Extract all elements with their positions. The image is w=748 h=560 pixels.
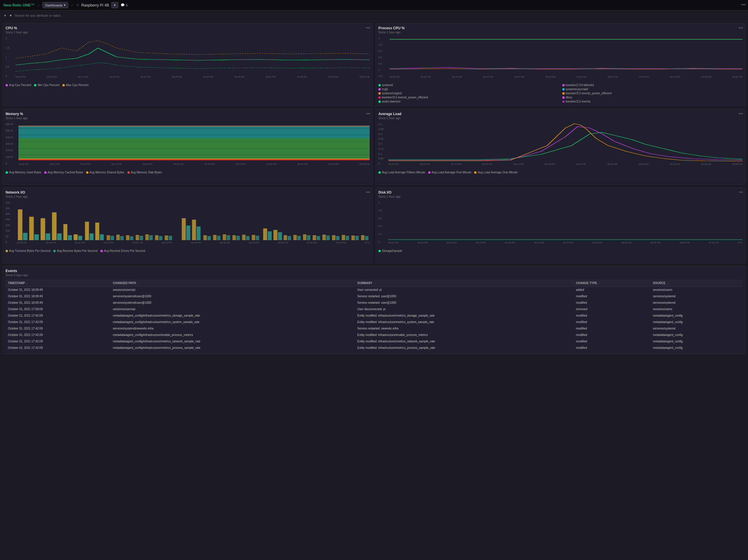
process-cpu-x-axis: 06:00 PM06:05 PM06:10 PM06:15 PM06:20 PM… bbox=[390, 75, 743, 79]
cell-timestamp: October 31, 2021 18:00:49 bbox=[5, 300, 111, 306]
svg-rect-97 bbox=[323, 235, 326, 240]
network-io-chart bbox=[17, 201, 370, 240]
cell-timestamp: October 31, 2021 18:09:49 bbox=[5, 293, 111, 300]
page-title: Raspberry Pi 4B bbox=[81, 3, 109, 7]
process-cpu-legend: systemd kworker/2:1H-kblockd rngd system… bbox=[378, 84, 743, 103]
svg-rect-67 bbox=[165, 235, 168, 240]
svg-rect-58 bbox=[120, 236, 124, 240]
cell-changed-path: sessions/users/pi bbox=[111, 306, 355, 312]
svg-rect-66 bbox=[159, 236, 163, 240]
cpu-panel-title: CPU % bbox=[5, 26, 370, 30]
table-row: October 31, 2021 17:42:09 metadata/agent… bbox=[5, 319, 743, 325]
svg-rect-104 bbox=[355, 236, 359, 240]
col-summary[interactable]: SUMMARY ↕ bbox=[355, 280, 574, 287]
cpu-panel-subtitle: Since 1 hour ago bbox=[5, 31, 370, 34]
memory-panel-menu[interactable]: ••• bbox=[366, 111, 370, 116]
cell-source: metadata/agent_config bbox=[651, 345, 743, 351]
svg-rect-83 bbox=[252, 235, 255, 240]
events-subtitle: Since 3 days ago bbox=[5, 274, 743, 277]
events-title: Events bbox=[5, 269, 743, 273]
svg-rect-49 bbox=[73, 234, 78, 240]
svg-rect-103 bbox=[351, 235, 355, 240]
svg-rect-85 bbox=[263, 229, 267, 240]
table-row: October 31, 2021 17:42:09 metadata/agent… bbox=[5, 332, 743, 338]
svg-rect-98 bbox=[326, 235, 330, 240]
process-cpu-subtitle: Since 1 hour ago bbox=[378, 31, 743, 34]
col-timestamp[interactable]: TIMESTAMP ↕ bbox=[5, 280, 111, 287]
disk-io-legend: StorageSample bbox=[378, 249, 743, 253]
svg-rect-43 bbox=[41, 218, 45, 240]
table-row: October 31, 2021 17:42:09 services/syste… bbox=[5, 325, 743, 332]
cell-summary: Service restarted: user@1000 bbox=[355, 293, 574, 300]
table-row: October 31, 2021 17:42:09 metadata/agent… bbox=[5, 345, 743, 351]
cell-timestamp: October 31, 2021 18:09:49 bbox=[5, 287, 111, 293]
svg-rect-100 bbox=[336, 236, 340, 240]
process-cpu-panel-menu[interactable]: ••• bbox=[739, 25, 743, 30]
cell-timestamp: October 31, 2021 17:42:09 bbox=[5, 332, 111, 338]
svg-rect-99 bbox=[332, 235, 336, 240]
col-changed-path[interactable]: CHANGED PATH ↕ bbox=[111, 280, 355, 287]
process-cpu-chart bbox=[390, 36, 743, 74]
cell-source: metadata/agent_config bbox=[651, 312, 743, 319]
search-input[interactable] bbox=[15, 14, 745, 17]
svg-rect-47 bbox=[63, 224, 67, 240]
events-table: TIMESTAMP ↕ CHANGED PATH ↕ SUMMARY ↕ CHA… bbox=[5, 280, 743, 351]
filter-toggle[interactable]: ▼ bbox=[9, 14, 12, 17]
svg-rect-77 bbox=[223, 234, 226, 240]
svg-rect-75 bbox=[213, 235, 217, 240]
cell-change-type: modified bbox=[574, 312, 651, 319]
page-name-dropdown[interactable]: ▾ bbox=[111, 2, 118, 8]
svg-rect-78 bbox=[227, 235, 230, 240]
process-cpu-title: Process CPU % bbox=[378, 26, 743, 30]
average-load-x-axis: 06:00 PM06:05 PM06:10 PM06:15 PM06:20 PM… bbox=[388, 162, 743, 166]
memory-panel-title: Memory % bbox=[5, 112, 370, 116]
cell-change-type: added bbox=[574, 287, 651, 293]
svg-rect-60 bbox=[130, 236, 134, 240]
memory-panel: ••• Memory % Since 1 hour ago 600 M 500 … bbox=[2, 109, 373, 185]
disk-io-chart bbox=[388, 201, 743, 240]
events-panel-menu[interactable]: ••• bbox=[741, 2, 746, 7]
svg-rect-86 bbox=[268, 231, 272, 240]
disk-io-title: Disk I/O bbox=[378, 190, 743, 194]
cell-changed-path: services/systemd/newrelic-infra bbox=[111, 325, 355, 332]
comment-badge[interactable]: 💬 3 bbox=[121, 3, 127, 7]
network-io-panel-menu[interactable]: ••• bbox=[366, 190, 370, 194]
cell-changed-path: metadata/agent_config/infrastructure/met… bbox=[111, 319, 355, 325]
cell-changed-path: metadata/agent_config/infrastructure/ena… bbox=[111, 332, 355, 338]
svg-rect-44 bbox=[46, 233, 50, 240]
cpu-panel-menu[interactable]: ••• bbox=[366, 25, 370, 30]
svg-rect-45 bbox=[52, 212, 57, 240]
svg-rect-72 bbox=[196, 227, 201, 240]
cell-change-type: modified bbox=[574, 325, 651, 332]
dashboards-button[interactable]: Dashboards ▾ bbox=[43, 2, 68, 8]
network-io-panel: ••• Network I/O Since 1 hour ago 400 350… bbox=[2, 187, 373, 263]
memory-chart bbox=[19, 122, 370, 162]
cell-summary: Entity modified: infrastructure/enable_p… bbox=[355, 332, 574, 338]
svg-rect-52 bbox=[90, 233, 94, 240]
average-load-panel-menu[interactable]: ••• bbox=[739, 111, 743, 116]
table-row: October 31, 2021 18:00:49 services/syste… bbox=[5, 300, 743, 306]
cell-source: services/systemd bbox=[651, 325, 743, 332]
svg-rect-50 bbox=[78, 236, 82, 240]
cell-summary: Entity modified: infrastructure/metrics_… bbox=[355, 338, 574, 345]
svg-rect-69 bbox=[182, 218, 186, 240]
svg-rect-63 bbox=[145, 234, 149, 240]
cell-change-type: modified bbox=[574, 300, 651, 306]
svg-rect-39 bbox=[18, 209, 23, 240]
svg-rect-48 bbox=[68, 235, 72, 240]
chevron-down-icon-2: ▾ bbox=[114, 3, 116, 7]
disk-io-panel-menu[interactable]: ••• bbox=[739, 190, 743, 194]
svg-rect-94 bbox=[307, 235, 310, 240]
chevron-down-icon: ▾ bbox=[64, 3, 66, 7]
network-io-legend: Avg Transmit Bytes Per Second Avg Receiv… bbox=[5, 249, 370, 253]
cell-summary: Service restarted: user@1000 bbox=[355, 300, 574, 306]
col-change-type[interactable]: CHANGE TYPE ↕ bbox=[574, 280, 651, 287]
disk-io-panel: ••• Disk I/O Since 1 hour ago 1 0.8 0.6 … bbox=[375, 187, 746, 263]
svg-rect-51 bbox=[85, 222, 89, 240]
svg-rect-46 bbox=[57, 233, 62, 240]
cell-change-type: modified bbox=[574, 293, 651, 300]
comment-icon: 💬 bbox=[121, 3, 125, 7]
svg-rect-55 bbox=[107, 235, 110, 240]
cell-changed-path: metadata/agent_config/infrastructure/met… bbox=[111, 338, 355, 345]
col-source[interactable]: SOURCE ↕ bbox=[651, 280, 743, 287]
